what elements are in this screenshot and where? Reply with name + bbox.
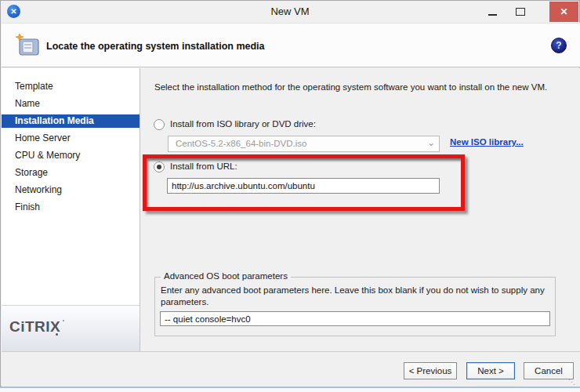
url-input[interactable] xyxy=(167,178,440,194)
citrix-logo-dot xyxy=(56,333,58,336)
advanced-boot-params-title: Advanced OS boot parameters xyxy=(161,271,291,281)
resize-grip[interactable]: ⋱ xyxy=(568,379,575,386)
page-title: Locate the operating system installation… xyxy=(46,41,265,52)
sidebar-item-home-server[interactable]: Home Server xyxy=(2,129,140,147)
install-from-iso-radio[interactable] xyxy=(154,119,165,130)
sidebar-item-name[interactable]: Name xyxy=(2,95,140,112)
boot-params-input[interactable] xyxy=(160,311,550,326)
citrix-trademark-dot xyxy=(63,320,64,321)
instruction-text: Select the installation method for the o… xyxy=(154,82,570,92)
sidebar-item-storage[interactable]: Storage xyxy=(2,164,140,181)
citrix-logo-panel: CiTRIX xyxy=(2,305,140,351)
help-icon: ? xyxy=(556,40,561,51)
iso-selected-value: CentOS-5.2-x86_64-bin-DVD.iso xyxy=(176,139,306,148)
sidebar-item-cpu-memory[interactable]: CPU & Memory xyxy=(2,147,140,164)
citrix-logo: CiTRIX xyxy=(9,318,60,336)
sidebar-item-networking[interactable]: Networking xyxy=(2,181,140,198)
cancel-button[interactable]: Cancel xyxy=(524,362,574,379)
chevron-down-icon: ⌄ xyxy=(427,137,435,148)
advanced-boot-params-description: Enter any advanced boot parameters here.… xyxy=(161,285,546,308)
wizard-footer: < Previous Next > Cancel ⋱ xyxy=(2,351,580,387)
close-button[interactable]: ✕ xyxy=(549,2,578,22)
install-from-iso-label: Install from ISO library or DVD drive: xyxy=(170,119,316,129)
maximize-button[interactable] xyxy=(509,3,532,20)
new-vm-wizard-dialog: ✕ New VM ✕ Locate the operating system i… xyxy=(0,0,580,387)
next-button[interactable]: Next > xyxy=(466,362,515,379)
install-from-url-radio[interactable] xyxy=(154,162,165,172)
close-icon: ✕ xyxy=(560,6,567,17)
steps-list: Template Name Installation Media Home Se… xyxy=(2,78,140,216)
wizard-header: Locate the operating system installation… xyxy=(2,23,580,67)
iso-select-dropdown[interactable]: CentOS-5.2-x86_64-bin-DVD.iso ⌄ xyxy=(168,136,440,152)
previous-button[interactable]: < Previous xyxy=(404,362,457,379)
maximize-icon xyxy=(516,8,525,16)
sidebar-item-installation-media[interactable]: Installation Media xyxy=(2,114,140,128)
sidebar-item-finish[interactable]: Finish xyxy=(2,198,140,216)
screen: ✕ New VM ✕ Locate the operating system i… xyxy=(0,0,580,392)
window-bottom-edge xyxy=(0,387,580,392)
wizard-steps-sidebar: Template Name Installation Media Home Se… xyxy=(2,68,140,351)
minimize-button[interactable] xyxy=(481,3,505,20)
new-iso-library-link[interactable]: New ISO library... xyxy=(450,137,524,147)
red-highlight-annotation: Install from URL: xyxy=(143,154,465,211)
title-bar[interactable]: ✕ New VM ✕ xyxy=(1,1,579,23)
advanced-boot-params-group: Advanced OS boot parameters Enter any ad… xyxy=(154,277,556,336)
help-button[interactable]: ? xyxy=(551,38,567,53)
sidebar-item-template[interactable]: Template xyxy=(2,78,140,95)
installation-media-panel: Select the installation method for the o… xyxy=(141,68,580,351)
new-vm-wizard-icon xyxy=(15,34,38,57)
install-from-url-label: Install from URL: xyxy=(170,162,237,171)
citrix-logo-text: CiTRIX xyxy=(9,318,60,335)
minimize-icon xyxy=(488,14,497,16)
